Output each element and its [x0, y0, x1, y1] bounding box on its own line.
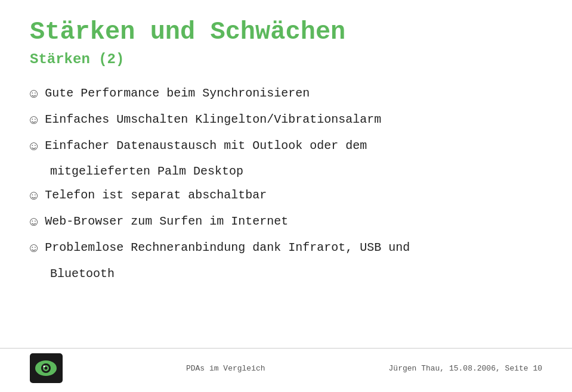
bullet-text: Einfaches Umschalten Klingelton/Vibratio…: [45, 111, 542, 128]
subtitle: Stärken (2): [30, 51, 542, 67]
list-item: ☺ Einfaches Umschalten Klingelton/Vibrat…: [30, 111, 542, 130]
smiley-icon: ☺: [30, 214, 38, 232]
list-item: ☺ Web-Browser zum Surfen im Internet: [30, 213, 542, 232]
list-item: ☺ Einfacher Datenaustausch mit Outlook o…: [30, 138, 542, 157]
bullet-text: Einfacher Datenaustausch mit Outlook ode…: [45, 138, 542, 154]
bullet-text: Bluetooth: [50, 266, 542, 282]
bullet-text: Gute Performance beim Synchronisieren: [45, 85, 542, 102]
bullet-text: Telefon ist separat abschaltbar: [45, 187, 542, 204]
svg-point-5: [44, 366, 45, 368]
bullet-text: Problemlose Rechneranbindung dank Infrar…: [45, 239, 542, 256]
smiley-icon: ☺: [30, 138, 38, 157]
list-item: ☺ Telefon ist separat abschaltbar: [30, 187, 542, 206]
list-item-indented: mitgelieferten Palm Desktop: [30, 163, 542, 180]
list-item: ☺ Gute Performance beim Synchronisieren: [30, 85, 542, 104]
slide-container: Stärken und Schwächen Stärken (2) ☺ Gute…: [0, 0, 572, 392]
list-item: ☺ Problemlose Rechneranbindung dank Infr…: [30, 239, 542, 259]
footer-right-text: Jürgen Thau, 15.08.2006, Seite 10: [389, 364, 542, 373]
bullet-text: Web-Browser zum Surfen im Internet: [45, 213, 542, 230]
auge-logo: [30, 353, 63, 383]
svg-point-4: [45, 367, 48, 370]
smiley-icon: ☺: [30, 112, 38, 130]
list-item-indented: Bluetooth: [30, 266, 542, 282]
footer: PDAs im Vergleich Jürgen Thau, 15.08.200…: [0, 348, 572, 383]
bullet-text: mitgelieferten Palm Desktop: [50, 163, 542, 180]
footer-center-text: PDAs im Vergleich: [63, 364, 389, 373]
smiley-icon: ☺: [30, 240, 38, 259]
smiley-icon: ☺: [30, 86, 38, 104]
smiley-icon: ☺: [30, 188, 38, 206]
main-title: Stärken und Schwächen: [30, 18, 542, 46]
bullet-list: ☺ Gute Performance beim Synchronisieren …: [30, 85, 542, 282]
